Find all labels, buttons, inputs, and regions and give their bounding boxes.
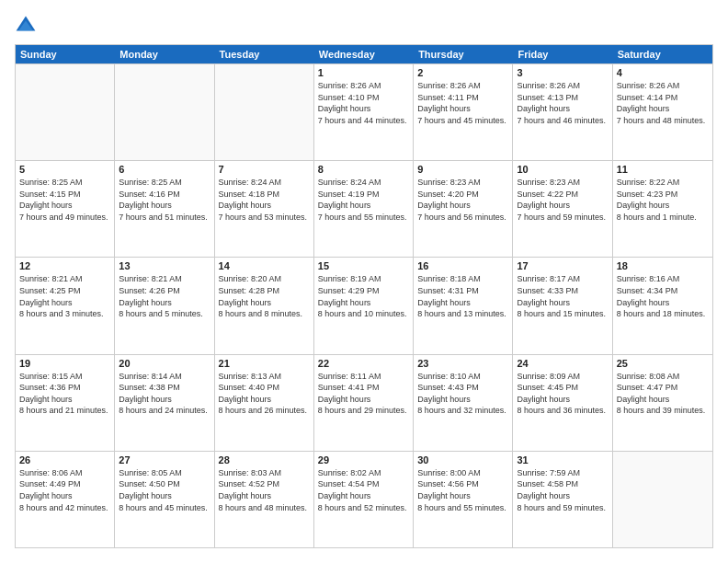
day-number: 7 (219, 164, 310, 175)
day-info: Sunrise: 8:02 AMSunset: 4:54 PMDaylight … (318, 467, 409, 513)
weekday-header: Wednesday (314, 45, 414, 63)
day-number: 10 (517, 164, 608, 175)
day-number: 6 (119, 164, 210, 175)
day-number: 12 (19, 260, 110, 271)
calendar-cell: 1Sunrise: 8:26 AMSunset: 4:10 PMDaylight… (314, 64, 414, 160)
day-info: Sunrise: 8:23 AMSunset: 4:20 PMDaylight … (417, 177, 508, 223)
day-info: Sunrise: 8:10 AMSunset: 4:43 PMDaylight … (417, 371, 508, 417)
day-number: 27 (119, 454, 210, 465)
day-info: Sunrise: 8:05 AMSunset: 4:50 PMDaylight … (119, 467, 210, 513)
calendar-cell: 9Sunrise: 8:23 AMSunset: 4:20 PMDaylight… (414, 161, 513, 257)
day-info: Sunrise: 8:18 AMSunset: 4:31 PMDaylight … (417, 273, 508, 319)
calendar-cell: 11Sunrise: 8:22 AMSunset: 4:23 PMDayligh… (613, 161, 712, 257)
day-number: 2 (417, 67, 508, 78)
day-info: Sunrise: 8:26 AMSunset: 4:10 PMDaylight … (318, 80, 409, 126)
calendar-cell: 10Sunrise: 8:23 AMSunset: 4:22 PMDayligh… (513, 161, 612, 257)
day-number: 28 (219, 454, 310, 465)
calendar-cell: 5Sunrise: 8:25 AMSunset: 4:15 PMDaylight… (16, 161, 115, 257)
calendar-body: 1Sunrise: 8:26 AMSunset: 4:10 PMDaylight… (16, 63, 712, 547)
calendar-cell: 8Sunrise: 8:24 AMSunset: 4:19 PMDaylight… (314, 161, 414, 257)
calendar-cell: 15Sunrise: 8:19 AMSunset: 4:29 PMDayligh… (314, 258, 414, 353)
day-info: Sunrise: 8:24 AMSunset: 4:18 PMDaylight … (219, 177, 310, 223)
day-number: 31 (517, 454, 608, 465)
day-info: Sunrise: 8:21 AMSunset: 4:26 PMDaylight … (119, 273, 210, 319)
day-info: Sunrise: 8:25 AMSunset: 4:15 PMDaylight … (19, 177, 110, 223)
day-info: Sunrise: 8:13 AMSunset: 4:40 PMDaylight … (219, 371, 310, 417)
calendar-cell: 24Sunrise: 8:09 AMSunset: 4:45 PMDayligh… (513, 355, 612, 451)
weekday-header: Thursday (414, 45, 513, 63)
calendar-cell: 7Sunrise: 8:24 AMSunset: 4:18 PMDaylight… (215, 161, 314, 257)
day-info: Sunrise: 8:06 AMSunset: 4:49 PMDaylight … (19, 467, 110, 513)
calendar-cell: 25Sunrise: 8:08 AMSunset: 4:47 PMDayligh… (613, 355, 712, 451)
calendar-cell: 17Sunrise: 8:17 AMSunset: 4:33 PMDayligh… (513, 258, 612, 353)
weekday-header: Monday (115, 45, 214, 63)
day-info: Sunrise: 8:03 AMSunset: 4:52 PMDaylight … (219, 467, 310, 513)
logo (15, 15, 40, 37)
calendar-cell: 2Sunrise: 8:26 AMSunset: 4:11 PMDaylight… (414, 64, 513, 160)
calendar-row: 5Sunrise: 8:25 AMSunset: 4:15 PMDaylight… (16, 160, 712, 257)
day-number: 21 (219, 358, 310, 369)
day-info: Sunrise: 8:17 AMSunset: 4:33 PMDaylight … (517, 273, 608, 319)
calendar-cell: 3Sunrise: 8:26 AMSunset: 4:13 PMDaylight… (513, 64, 612, 160)
calendar-cell: 12Sunrise: 8:21 AMSunset: 4:25 PMDayligh… (16, 258, 115, 353)
day-info: Sunrise: 8:09 AMSunset: 4:45 PMDaylight … (517, 371, 608, 417)
calendar: SundayMondayTuesdayWednesdayThursdayFrid… (15, 44, 713, 548)
day-info: Sunrise: 8:19 AMSunset: 4:29 PMDaylight … (318, 273, 409, 319)
day-number: 8 (318, 164, 409, 175)
calendar-cell: 26Sunrise: 8:06 AMSunset: 4:49 PMDayligh… (16, 452, 115, 547)
calendar-cell: 21Sunrise: 8:13 AMSunset: 4:40 PMDayligh… (215, 355, 314, 451)
calendar-cell (115, 64, 214, 160)
day-info: Sunrise: 8:26 AMSunset: 4:11 PMDaylight … (417, 80, 508, 126)
calendar-cell: 23Sunrise: 8:10 AMSunset: 4:43 PMDayligh… (414, 355, 513, 451)
day-info: Sunrise: 8:20 AMSunset: 4:28 PMDaylight … (219, 273, 310, 319)
calendar-cell: 14Sunrise: 8:20 AMSunset: 4:28 PMDayligh… (215, 258, 314, 353)
day-number: 17 (517, 260, 608, 271)
day-number: 25 (617, 358, 709, 369)
calendar-cell: 16Sunrise: 8:18 AMSunset: 4:31 PMDayligh… (414, 258, 513, 353)
day-info: Sunrise: 8:23 AMSunset: 4:22 PMDaylight … (517, 177, 608, 223)
calendar-cell: 4Sunrise: 8:26 AMSunset: 4:14 PMDaylight… (613, 64, 712, 160)
day-number: 9 (417, 164, 508, 175)
calendar-header: SundayMondayTuesdayWednesdayThursdayFrid… (16, 45, 712, 63)
day-info: Sunrise: 7:59 AMSunset: 4:58 PMDaylight … (517, 467, 608, 513)
day-info: Sunrise: 8:15 AMSunset: 4:36 PMDaylight … (19, 371, 110, 417)
calendar-row: 12Sunrise: 8:21 AMSunset: 4:25 PMDayligh… (16, 257, 712, 353)
day-number: 19 (19, 358, 110, 369)
day-number: 5 (19, 164, 110, 175)
weekday-header: Tuesday (215, 45, 314, 63)
weekday-header: Sunday (16, 45, 115, 63)
day-number: 11 (617, 164, 709, 175)
calendar-cell (613, 452, 712, 547)
calendar-cell: 6Sunrise: 8:25 AMSunset: 4:16 PMDaylight… (115, 161, 214, 257)
calendar-cell: 27Sunrise: 8:05 AMSunset: 4:50 PMDayligh… (115, 452, 214, 547)
day-number: 15 (318, 260, 409, 271)
day-number: 23 (417, 358, 508, 369)
calendar-cell: 30Sunrise: 8:00 AMSunset: 4:56 PMDayligh… (414, 452, 513, 547)
calendar-cell: 28Sunrise: 8:03 AMSunset: 4:52 PMDayligh… (215, 452, 314, 547)
day-number: 3 (517, 67, 608, 78)
day-info: Sunrise: 8:26 AMSunset: 4:14 PMDaylight … (617, 80, 709, 126)
calendar-cell: 19Sunrise: 8:15 AMSunset: 4:36 PMDayligh… (16, 355, 115, 451)
weekday-header: Saturday (613, 45, 712, 63)
day-number: 26 (19, 454, 110, 465)
day-info: Sunrise: 8:08 AMSunset: 4:47 PMDaylight … (617, 371, 709, 417)
weekday-header: Friday (513, 45, 612, 63)
page: SundayMondayTuesdayWednesdayThursdayFrid… (0, 0, 728, 563)
day-info: Sunrise: 8:00 AMSunset: 4:56 PMDaylight … (417, 467, 508, 513)
day-number: 18 (617, 260, 709, 271)
day-info: Sunrise: 8:14 AMSunset: 4:38 PMDaylight … (119, 371, 210, 417)
calendar-cell: 31Sunrise: 7:59 AMSunset: 4:58 PMDayligh… (513, 452, 612, 547)
day-number: 14 (219, 260, 310, 271)
calendar-cell (16, 64, 115, 160)
day-number: 22 (318, 358, 409, 369)
header (15, 15, 713, 37)
day-number: 1 (318, 67, 409, 78)
day-info: Sunrise: 8:21 AMSunset: 4:25 PMDaylight … (19, 273, 110, 319)
logo-icon (15, 15, 37, 37)
calendar-row: 19Sunrise: 8:15 AMSunset: 4:36 PMDayligh… (16, 354, 712, 451)
day-info: Sunrise: 8:25 AMSunset: 4:16 PMDaylight … (119, 177, 210, 223)
day-number: 4 (617, 67, 709, 78)
calendar-cell: 22Sunrise: 8:11 AMSunset: 4:41 PMDayligh… (314, 355, 414, 451)
day-number: 24 (517, 358, 608, 369)
day-info: Sunrise: 8:24 AMSunset: 4:19 PMDaylight … (318, 177, 409, 223)
